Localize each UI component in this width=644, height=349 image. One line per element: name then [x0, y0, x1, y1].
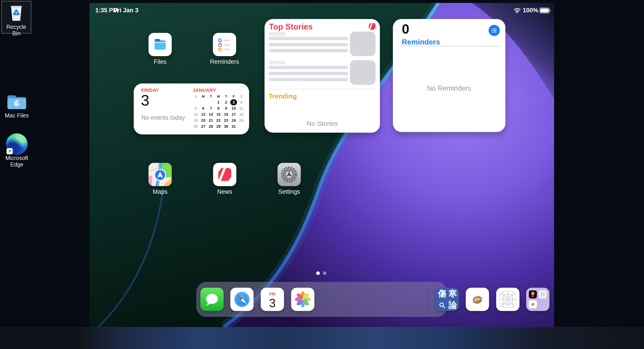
app-icon-settings[interactable] [278, 163, 301, 186]
calendar-day: 17 [230, 111, 237, 117]
calendar-widget[interactable]: FRIDAY 3 No events today JANUARY SMTWTFS… [134, 84, 249, 134]
desktop-icon-recycle-bin[interactable]: Recycle Bin [1, 1, 31, 34]
app-label-maps: Maps [136, 188, 185, 195]
calendar-day: 7 [208, 105, 214, 111]
dock-icon-blueprint-app[interactable] [496, 288, 520, 311]
recycle-bin-label: Recycle Bin [2, 24, 31, 37]
edge-label: Microsoft Edge [0, 155, 34, 168]
calendar-day: 6 [200, 105, 206, 111]
page-dot[interactable] [323, 271, 326, 275]
story-placeholder [268, 61, 286, 65]
story-placeholder [268, 43, 348, 46]
calendar-day: 2 [223, 99, 230, 105]
dock-calendar-day: 3 [269, 296, 276, 309]
dock-folder[interactable] [526, 288, 550, 311]
shanghan-char-1: 傷 [438, 288, 446, 299]
calendar-day: 10 [230, 105, 237, 111]
page-dot-active[interactable] [316, 271, 320, 275]
calendar-day [238, 124, 245, 130]
calendar-day: 4 [238, 99, 245, 105]
story-placeholder [268, 37, 348, 40]
news-widget[interactable]: Top Stories Trending No Stories [264, 19, 380, 133]
calendar-day [192, 99, 199, 105]
calendar-day [200, 99, 206, 105]
wifi-icon [514, 8, 520, 14]
app-icon-files[interactable] [148, 33, 172, 56]
settings-gear-glyph [280, 165, 298, 184]
calendar-day: 24 [230, 117, 237, 124]
app-label-reminders: Reminders [200, 58, 249, 65]
reminders-glyph [216, 37, 232, 53]
app-icon-maps[interactable] [148, 163, 172, 186]
calendar-day: 31 [230, 124, 237, 130]
calendar-day-header: S [192, 93, 200, 99]
calendar-day: 15 [215, 111, 222, 117]
calendar-day-header: T [222, 93, 230, 99]
story-placeholder [268, 78, 348, 81]
files-folder-glyph [152, 38, 168, 51]
dock-icon-shanghan-app[interactable]: 傷 寒 論 [436, 288, 459, 311]
nut-glyph [470, 293, 485, 306]
calendar-month-grid: SMTWTFS123456789101112131415161718192021… [192, 93, 245, 130]
story-image-placeholder [350, 60, 376, 85]
story-placeholder [268, 32, 286, 36]
app-label-news: News [200, 188, 249, 195]
calendar-day: 28 [208, 124, 214, 130]
reminders-list-button[interactable] [488, 25, 500, 36]
calendar-day: 21 [208, 117, 214, 124]
calendar-day: 8 [215, 105, 222, 111]
news-logo-icon [369, 23, 376, 31]
ipad-status-date: Fri Jan 3 [114, 7, 138, 14]
news-widget-title: Top Stories [269, 22, 312, 32]
calendar-day: 3 [230, 99, 237, 105]
calendar-day-header: W [215, 93, 222, 99]
dock-icon-photos[interactable] [291, 288, 314, 311]
calendar-day: 26 [192, 124, 199, 130]
magnifier-glyph [439, 302, 446, 308]
recycle-bin-icon [7, 3, 26, 24]
app-label-settings: Settings [264, 188, 314, 195]
calendar-day: 29 [215, 124, 222, 130]
shanghan-char-3: 論 [448, 299, 457, 311]
calendar-widget-events: No events today [141, 114, 185, 121]
ipad-screen: 1:35 PM Fri Jan 3 100% Files [90, 3, 554, 327]
calendar-day: 11 [238, 105, 245, 111]
calendar-day: 25 [238, 117, 245, 124]
ipad-status-battery-percent: 100% [523, 7, 538, 14]
shanghan-char-2: 寒 [448, 288, 457, 299]
mac-files-folder-icon [6, 91, 28, 112]
divider [268, 89, 376, 89]
calendar-day: 16 [223, 111, 230, 117]
calendar-day-header: S [238, 93, 245, 99]
calendar-day: 27 [200, 124, 206, 130]
dock-icon-calendar[interactable]: FRI 3 [261, 288, 284, 311]
story-image-placeholder [350, 32, 376, 56]
page-indicator[interactable] [316, 271, 326, 275]
story-placeholder [268, 66, 348, 69]
dock-icon-nut-app[interactable] [466, 288, 489, 311]
app-icon-news[interactable] [213, 163, 236, 186]
reminders-widget[interactable]: 0 Reminders No Reminders [393, 19, 505, 132]
calendar-day: 22 [215, 117, 222, 124]
dock: FRI 3 傷 寒 [196, 282, 447, 317]
app-label-files: Files [136, 58, 185, 65]
desktop-icon-microsoft-edge[interactable]: Microsoft Edge [0, 133, 34, 168]
story-placeholder [268, 72, 348, 75]
news-widget-trending: Trending [268, 92, 297, 100]
dock-icon-safari[interactable] [230, 288, 254, 311]
dock-icon-messages[interactable] [200, 288, 224, 311]
app-icon-reminders[interactable] [213, 33, 236, 56]
calendar-day-header: F [230, 93, 238, 99]
maps-glyph [148, 163, 172, 186]
calendar-day: 20 [200, 117, 206, 124]
dock-calendar-weekday: FRI [269, 292, 275, 296]
edge-logo-icon [6, 133, 28, 155]
calendar-day: 30 [223, 124, 230, 130]
calendar-day [208, 99, 214, 105]
desktop-icon-mac-files[interactable]: Mac Files [0, 91, 34, 119]
blueprint-grid-glyph [498, 290, 518, 309]
reminders-widget-empty: No Reminders [393, 84, 505, 92]
folder-mini-app-nut [529, 300, 537, 308]
calendar-day: 18 [238, 111, 245, 117]
calendar-day: 5 [192, 105, 199, 111]
